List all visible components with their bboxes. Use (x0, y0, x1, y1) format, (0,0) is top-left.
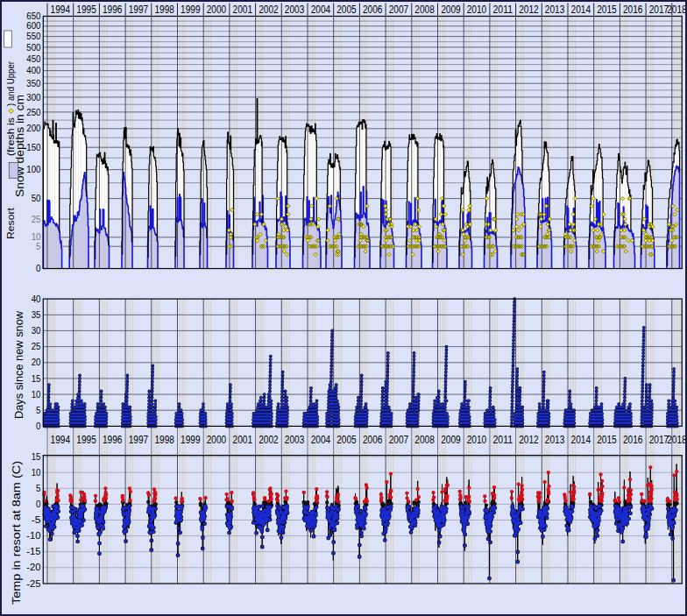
svg-text:2018: 2018 (667, 4, 687, 16)
svg-text:600: 600 (26, 20, 40, 31)
svg-text:250: 250 (26, 107, 40, 117)
svg-text:2009: 2009 (441, 4, 461, 16)
svg-text:2010: 2010 (467, 4, 487, 16)
svg-text:2008: 2008 (414, 434, 435, 446)
svg-text:2003: 2003 (285, 434, 305, 446)
svg-text:1996: 1996 (103, 434, 123, 446)
svg-text:650: 650 (26, 11, 40, 21)
svg-text:2017: 2017 (649, 434, 669, 446)
svg-text:2004: 2004 (311, 4, 331, 16)
svg-text:1999: 1999 (181, 4, 201, 16)
svg-text:2000: 2000 (207, 434, 227, 446)
svg-text:2014: 2014 (571, 4, 591, 16)
svg-text:1999: 1999 (181, 434, 201, 446)
svg-text:5: 5 (36, 241, 40, 251)
svg-text:1994: 1994 (51, 4, 71, 16)
svg-text:2017: 2017 (649, 4, 669, 16)
svg-text:1996: 1996 (103, 4, 123, 16)
svg-text:2016: 2016 (623, 4, 643, 16)
svg-text:25: 25 (32, 341, 41, 351)
svg-text:300: 300 (26, 92, 40, 103)
svg-text:0: 0 (36, 263, 40, 273)
svg-text:25: 25 (32, 214, 41, 224)
svg-text:2005: 2005 (336, 4, 357, 16)
svg-text:2001: 2001 (233, 4, 253, 16)
svg-text:10: 10 (32, 231, 41, 242)
svg-text:0: 0 (36, 499, 40, 509)
svg-text:2005: 2005 (336, 434, 357, 446)
svg-text:10: 10 (32, 389, 41, 400)
svg-text:2012: 2012 (519, 434, 539, 446)
svg-text:450: 450 (26, 53, 40, 64)
svg-text:50: 50 (32, 193, 41, 203)
svg-text:2002: 2002 (259, 4, 279, 16)
svg-text:2006: 2006 (363, 4, 383, 16)
svg-text:2012: 2012 (519, 4, 539, 16)
svg-text:2016: 2016 (623, 434, 643, 446)
svg-text:2015: 2015 (597, 434, 617, 446)
svg-text:1995: 1995 (76, 434, 96, 446)
svg-text:2013: 2013 (545, 4, 565, 16)
svg-text:5: 5 (36, 405, 40, 415)
svg-text:1994: 1994 (51, 434, 71, 446)
svg-text:2015: 2015 (597, 4, 617, 16)
svg-text:15: 15 (32, 451, 41, 462)
svg-text:2003: 2003 (285, 4, 305, 16)
svg-text:550: 550 (26, 31, 40, 41)
svg-text:2009: 2009 (441, 434, 461, 446)
svg-text:500: 500 (26, 42, 40, 53)
svg-text:2007: 2007 (389, 434, 409, 446)
svg-text:400: 400 (26, 65, 40, 75)
svg-text:30: 30 (32, 325, 41, 336)
svg-text:2006: 2006 (363, 434, 383, 446)
svg-text:2010: 2010 (467, 434, 487, 446)
svg-text:40: 40 (32, 294, 41, 304)
svg-text:200: 200 (26, 123, 40, 133)
svg-text:1998: 1998 (154, 4, 174, 16)
svg-text:Resort: Resort (5, 208, 16, 239)
svg-text:-15: -15 (26, 546, 40, 556)
svg-text:Snow depths in cm: Snow depths in cm (13, 95, 26, 197)
svg-text:1997: 1997 (129, 434, 149, 446)
svg-text:15: 15 (32, 373, 41, 384)
svg-text:100: 100 (26, 164, 40, 174)
svg-text:20: 20 (32, 357, 41, 367)
svg-text:2004: 2004 (311, 434, 331, 446)
svg-text:-5: -5 (32, 514, 41, 525)
svg-text:1997: 1997 (129, 4, 149, 16)
svg-text:0: 0 (36, 421, 40, 431)
svg-text:2018: 2018 (667, 434, 687, 446)
svg-text:Days since new snow: Days since new snow (12, 310, 25, 419)
svg-text:-20: -20 (26, 562, 40, 572)
svg-text:2008: 2008 (414, 4, 435, 16)
svg-text:Temp in resort at 8am (C): Temp in resort at 8am (C) (10, 461, 23, 605)
svg-text:-25: -25 (26, 578, 40, 589)
svg-text:2014: 2014 (571, 434, 591, 446)
svg-text:-10: -10 (26, 530, 40, 541)
svg-text:350: 350 (26, 78, 40, 89)
svg-text:2011: 2011 (493, 4, 513, 16)
svg-text:5: 5 (36, 483, 40, 493)
svg-text:1998: 1998 (154, 434, 174, 446)
svg-text:2002: 2002 (259, 434, 279, 446)
svg-text:2011: 2011 (493, 434, 513, 446)
svg-text:2000: 2000 (207, 4, 227, 16)
svg-text:2007: 2007 (389, 4, 409, 16)
svg-text:2001: 2001 (233, 434, 253, 446)
svg-text:1995: 1995 (76, 4, 96, 16)
svg-text:10: 10 (32, 467, 41, 478)
svg-text:2013: 2013 (545, 434, 565, 446)
svg-text:150: 150 (26, 142, 40, 152)
svg-text:35: 35 (32, 309, 41, 320)
